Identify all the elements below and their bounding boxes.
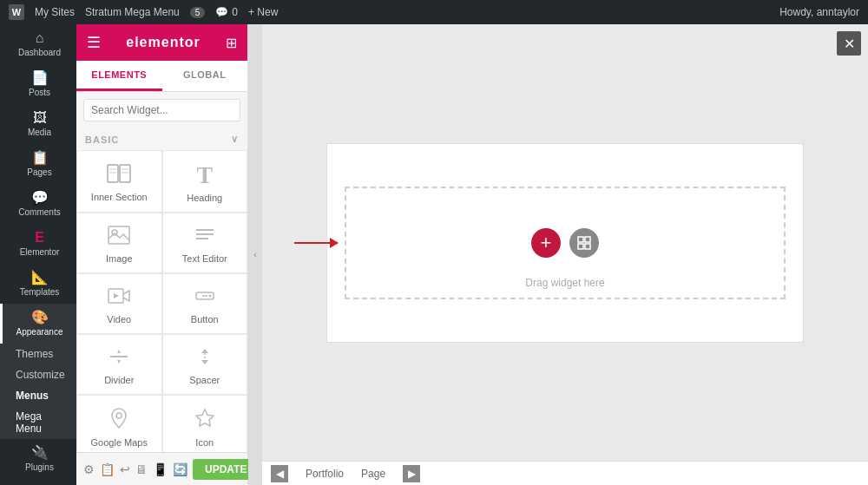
widget-search-wrapper bbox=[76, 92, 247, 128]
basic-section-header[interactable]: BASIC ∨ bbox=[76, 128, 247, 150]
google-maps-icon bbox=[109, 408, 128, 432]
widget-inner-section[interactable]: Inner Section bbox=[76, 150, 162, 213]
search-input[interactable] bbox=[83, 99, 240, 121]
plugins-icon: 🔌 bbox=[31, 446, 49, 460]
stratum-link[interactable]: Stratum Mega Menu bbox=[85, 6, 180, 18]
add-section-button[interactable] bbox=[569, 228, 599, 258]
svg-marker-12 bbox=[114, 293, 119, 298]
elementor-footer: ⚙ 📋 ↩ 🖥 📱 🔄 UPDATE ▼ bbox=[76, 452, 247, 485]
widget-divider-label: Divider bbox=[104, 375, 134, 385]
add-widget-button[interactable]: + bbox=[531, 228, 561, 258]
widget-image[interactable]: Image bbox=[76, 213, 162, 273]
next-arrow-button[interactable]: ▶ bbox=[403, 465, 420, 482]
comment-link[interactable]: 💬 0 bbox=[215, 6, 238, 18]
dashboard-icon: ⌂ bbox=[36, 31, 44, 45]
svg-point-22 bbox=[116, 413, 122, 418]
svg-point-15 bbox=[208, 295, 211, 298]
widget-icon[interactable]: Icon bbox=[162, 395, 248, 452]
sidebar-item-comments[interactable]: 💬 Comments bbox=[0, 184, 76, 224]
widget-text-editor[interactable]: Text Editor bbox=[162, 213, 248, 273]
admin-bar: W My Sites Stratum Mega Menu 5 💬 0 + New… bbox=[0, 0, 868, 24]
tab-elements[interactable]: ELEMENTS bbox=[76, 61, 162, 91]
widget-divider[interactable]: Divider bbox=[76, 334, 162, 395]
mobile-footer-icon[interactable]: 📱 bbox=[153, 458, 168, 481]
elementor-panel: ☰ elementor ⊞ ELEMENTS GLOBAL BASIC ∨ bbox=[76, 24, 248, 485]
svg-marker-18 bbox=[117, 360, 121, 364]
widget-button-label: Button bbox=[191, 314, 219, 324]
my-sites-link[interactable]: My Sites bbox=[35, 6, 75, 18]
howdy-text: Howdy, anntaylor bbox=[779, 6, 859, 18]
drop-zone: + Drag widget here bbox=[345, 187, 786, 299]
widget-spacer[interactable]: Spacer bbox=[162, 334, 248, 395]
widget-text-editor-label: Text Editor bbox=[182, 253, 227, 264]
drop-buttons-row: + bbox=[531, 228, 599, 258]
canvas-page: + Drag widget here bbox=[326, 143, 804, 343]
svg-rect-0 bbox=[108, 165, 118, 182]
sidebar-item-templates[interactable]: 📐 Templates bbox=[0, 264, 76, 304]
history-footer-icon[interactable]: 📋 bbox=[100, 458, 115, 481]
elementor-tabs: ELEMENTS GLOBAL bbox=[76, 61, 247, 92]
sidebar-item-appearance[interactable]: 🎨 Appearance bbox=[0, 304, 76, 344]
basic-collapse-icon: ∨ bbox=[231, 134, 239, 145]
sidebar-item-users[interactable]: 👤 Users bbox=[0, 479, 76, 485]
svg-rect-34 bbox=[585, 237, 590, 242]
sidebar-item-media[interactable]: 🖼 Media bbox=[0, 104, 76, 144]
comments-icon: 💬 bbox=[31, 191, 49, 205]
settings-footer-icon[interactable]: ⚙ bbox=[83, 458, 95, 481]
icon-widget-icon bbox=[194, 408, 215, 432]
widget-video[interactable]: Video bbox=[76, 273, 162, 334]
close-button[interactable]: ✕ bbox=[837, 31, 861, 56]
portfolio-label: Portfolio bbox=[306, 468, 344, 480]
undo-footer-icon[interactable]: ↩ bbox=[120, 458, 130, 481]
customize-subitem[interactable]: Customize bbox=[0, 364, 76, 385]
sidebar-item-plugins[interactable]: 🔌 Plugins bbox=[0, 439, 76, 479]
tab-global[interactable]: GLOBAL bbox=[162, 61, 248, 91]
count-badge: 5 bbox=[190, 7, 206, 18]
canvas-wrapper: + Drag widget here bbox=[262, 24, 868, 461]
mega-menu-subitem[interactable]: Mega Menu bbox=[0, 406, 76, 439]
comment-icon: 💬 bbox=[215, 6, 228, 18]
widget-heading[interactable]: T Heading bbox=[162, 150, 248, 213]
panel-collapse-handle[interactable]: ‹ bbox=[248, 24, 262, 485]
posts-icon: 📄 bbox=[31, 71, 49, 85]
text-editor-icon bbox=[194, 226, 216, 248]
widget-heading-label: Heading bbox=[187, 193, 222, 203]
widget-video-label: Video bbox=[107, 314, 131, 324]
menus-subitem[interactable]: Menus bbox=[0, 385, 76, 406]
widget-inner-section-label: Inner Section bbox=[91, 192, 148, 202]
arrow-line bbox=[294, 242, 338, 244]
sidebar-item-dashboard[interactable]: ⌂ Dashboard bbox=[0, 24, 76, 64]
wp-logo[interactable]: W bbox=[9, 4, 24, 20]
widget-google-maps-label: Google Maps bbox=[91, 437, 148, 448]
prev-arrow-button[interactable]: ◀ bbox=[271, 465, 288, 482]
elementor-icon: E bbox=[35, 231, 44, 245]
templates-icon: 📐 bbox=[31, 271, 49, 285]
svg-marker-17 bbox=[117, 350, 121, 353]
sidebar-item-posts[interactable]: 📄 Posts bbox=[0, 64, 76, 104]
new-link[interactable]: + New bbox=[248, 6, 278, 18]
video-icon bbox=[108, 286, 130, 309]
widget-button[interactable]: Button bbox=[162, 273, 248, 334]
button-icon bbox=[194, 286, 216, 309]
wp-icon: W bbox=[9, 4, 24, 20]
svg-marker-20 bbox=[201, 349, 208, 353]
image-icon bbox=[108, 226, 130, 248]
sidebar-item-pages[interactable]: 📋 Pages bbox=[0, 144, 76, 184]
preview-footer-icon[interactable]: 🔄 bbox=[173, 458, 187, 481]
appearance-icon: 🎨 bbox=[31, 311, 49, 324]
inner-section-icon bbox=[107, 164, 131, 187]
media-icon: 🖼 bbox=[33, 111, 47, 125]
svg-rect-1 bbox=[120, 165, 130, 182]
sidebar-item-elementor[interactable]: E Elementor bbox=[0, 224, 76, 264]
themes-subitem[interactable]: Themes bbox=[0, 344, 76, 364]
desktop-footer-icon[interactable]: 🖥 bbox=[135, 458, 148, 481]
hamburger-icon[interactable]: ☰ bbox=[87, 33, 101, 52]
arrow-indicator bbox=[294, 242, 338, 244]
basic-label: BASIC bbox=[85, 134, 119, 145]
widget-icon-label: Icon bbox=[195, 437, 214, 448]
bottom-bar: ◀ Portfolio Page ▶ bbox=[262, 461, 868, 485]
pages-icon: 📋 bbox=[31, 151, 49, 165]
grid-icon[interactable]: ⊞ bbox=[226, 35, 237, 51]
widget-google-maps[interactable]: Google Maps bbox=[76, 395, 162, 452]
divider-icon bbox=[108, 347, 130, 370]
